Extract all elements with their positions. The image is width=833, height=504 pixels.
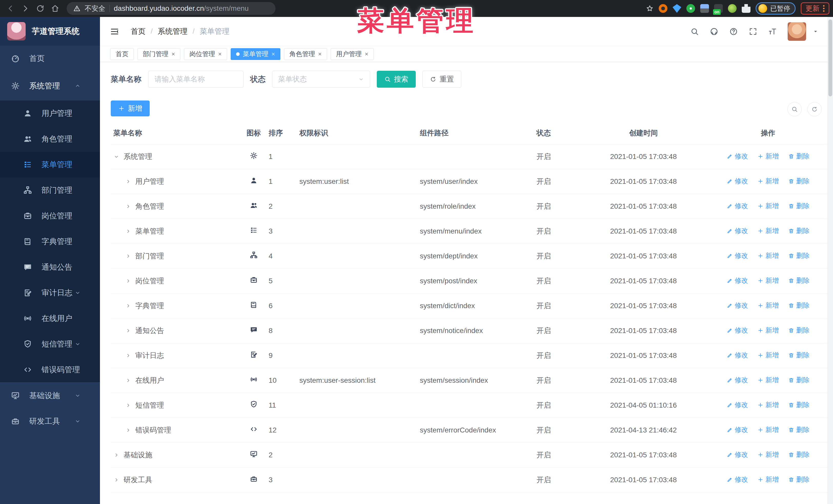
action-删除-link[interactable]: 删除 xyxy=(788,376,810,385)
extension-tampermonkey-icon[interactable] xyxy=(728,4,737,13)
row-expand-expand-icon[interactable] xyxy=(125,253,131,259)
action-新增-link[interactable]: 新增 xyxy=(757,177,779,186)
action-新增-link[interactable]: 新增 xyxy=(757,425,779,434)
action-修改-link[interactable]: 修改 xyxy=(727,177,748,186)
reset-button[interactable]: 重置 xyxy=(422,71,461,88)
header-search-icon[interactable] xyxy=(690,27,699,36)
action-删除-link[interactable]: 删除 xyxy=(788,276,810,285)
page-scrollbar[interactable] xyxy=(828,17,833,504)
action-修改-link[interactable]: 修改 xyxy=(727,450,748,459)
action-删除-link[interactable]: 删除 xyxy=(788,301,810,310)
action-新增-link[interactable]: 新增 xyxy=(757,251,779,260)
user-avatar[interactable] xyxy=(788,22,806,41)
breadcrumb-item-1[interactable]: 系统管理 xyxy=(158,26,188,37)
action-新增-link[interactable]: 新增 xyxy=(757,401,779,409)
close-tab-icon[interactable]: × xyxy=(365,50,368,58)
extension-green-shield-icon[interactable] xyxy=(686,4,695,13)
sidebar-item-研发工具[interactable]: 研发工具 xyxy=(0,408,100,434)
row-expand-expand-icon[interactable] xyxy=(125,303,131,309)
github-icon[interactable] xyxy=(710,27,718,36)
action-修改-link[interactable]: 修改 xyxy=(727,376,748,385)
action-修改-link[interactable]: 修改 xyxy=(727,326,748,335)
action-修改-link[interactable]: 修改 xyxy=(727,201,748,211)
row-expand-expand-icon[interactable] xyxy=(125,278,131,284)
row-expand-expand-icon[interactable] xyxy=(125,203,131,210)
browser-reload-icon[interactable] xyxy=(34,3,46,14)
breadcrumb-item-0[interactable]: 首页 xyxy=(131,26,146,37)
search-button[interactable]: 搜索 xyxy=(377,71,416,88)
close-tab-icon[interactable]: × xyxy=(171,50,175,58)
menu-name-input[interactable] xyxy=(148,71,243,88)
action-新增-link[interactable]: 新增 xyxy=(757,351,779,360)
sidebar-item-系统管理[interactable]: 系统管理 xyxy=(0,71,100,100)
action-删除-link[interactable]: 删除 xyxy=(788,251,810,260)
extension-gem-icon[interactable] xyxy=(672,4,681,13)
row-expand-expand-icon[interactable] xyxy=(125,178,131,185)
action-修改-link[interactable]: 修改 xyxy=(727,251,748,260)
action-删除-link[interactable]: 删除 xyxy=(788,226,810,235)
action-删除-link[interactable]: 删除 xyxy=(788,201,810,211)
address-bar[interactable]: 不安全 dashboard.yudao.iocoder.cn/system/me… xyxy=(67,2,276,15)
action-新增-link[interactable]: 新增 xyxy=(757,226,779,235)
row-expand-collapse-icon[interactable] xyxy=(113,153,119,160)
sidebar-item-错误码管理[interactable]: 错误码管理 xyxy=(0,357,100,383)
sidebar-item-菜单管理[interactable]: 菜单管理 xyxy=(0,152,100,177)
sidebar-item-在线用户[interactable]: 在线用户 xyxy=(0,306,100,331)
row-expand-expand-icon[interactable] xyxy=(125,427,131,433)
action-删除-link[interactable]: 删除 xyxy=(788,401,810,409)
action-修改-link[interactable]: 修改 xyxy=(727,401,748,409)
sidebar-item-岗位管理[interactable]: 岗位管理 xyxy=(0,203,100,229)
action-删除-link[interactable]: 删除 xyxy=(788,425,810,434)
browser-home-icon[interactable] xyxy=(49,3,61,14)
collapse-sidebar-icon[interactable] xyxy=(110,27,119,37)
action-新增-link[interactable]: 新增 xyxy=(757,450,779,459)
action-新增-link[interactable]: 新增 xyxy=(757,475,779,484)
tab-用户管理[interactable]: 用户管理× xyxy=(331,48,374,60)
action-修改-link[interactable]: 修改 xyxy=(727,276,748,285)
row-expand-expand-icon[interactable] xyxy=(125,377,131,384)
action-修改-link[interactable]: 修改 xyxy=(727,351,748,360)
tab-角色管理[interactable]: 角色管理× xyxy=(284,48,327,60)
row-expand-expand-icon[interactable] xyxy=(113,477,119,483)
row-expand-expand-icon[interactable] xyxy=(125,353,131,359)
tab-部门管理[interactable]: 部门管理× xyxy=(137,48,181,60)
toggle-search-button[interactable] xyxy=(787,102,802,116)
row-expand-expand-icon[interactable] xyxy=(125,228,131,234)
close-tab-icon[interactable]: × xyxy=(218,50,222,58)
scrollbar-thumb[interactable] xyxy=(828,20,832,96)
browser-back-icon[interactable] xyxy=(5,3,17,14)
fullscreen-icon[interactable] xyxy=(749,27,757,36)
action-新增-link[interactable]: 新增 xyxy=(757,376,779,385)
action-删除-link[interactable]: 删除 xyxy=(788,475,810,484)
action-新增-link[interactable]: 新增 xyxy=(757,326,779,335)
extension-orange-icon[interactable] xyxy=(659,4,667,13)
font-size-icon[interactable] xyxy=(768,27,777,36)
sidebar-item-用户管理[interactable]: 用户管理 xyxy=(0,100,100,126)
sidebar-item-首页[interactable]: 首页 xyxy=(0,46,100,71)
action-修改-link[interactable]: 修改 xyxy=(727,301,748,310)
row-expand-expand-icon[interactable] xyxy=(125,402,131,408)
action-删除-link[interactable]: 删除 xyxy=(788,351,810,360)
help-icon[interactable] xyxy=(729,27,738,36)
tab-岗位管理[interactable]: 岗位管理× xyxy=(184,48,227,60)
browser-update-button[interactable]: 更新 xyxy=(801,2,829,15)
menu-status-select[interactable]: 菜单状态 xyxy=(272,71,370,88)
row-expand-expand-icon[interactable] xyxy=(125,328,131,334)
add-button[interactable]: 新增 xyxy=(111,100,150,116)
sidebar-item-短信管理[interactable]: 短信管理 xyxy=(0,331,100,357)
browser-forward-icon[interactable] xyxy=(20,3,31,14)
close-tab-icon[interactable]: × xyxy=(318,50,322,58)
action-删除-link[interactable]: 删除 xyxy=(788,326,810,335)
action-修改-link[interactable]: 修改 xyxy=(727,475,748,484)
sidebar-item-审计日志[interactable]: 审计日志 xyxy=(0,280,100,306)
user-menu-caret-icon[interactable] xyxy=(813,29,818,34)
sidebar-item-通知公告[interactable]: 通知公告 xyxy=(0,254,100,280)
action-新增-link[interactable]: 新增 xyxy=(757,152,779,161)
extension-blue-icon[interactable] xyxy=(700,4,709,13)
sidebar-item-字典管理[interactable]: 字典管理 xyxy=(0,229,100,254)
sidebar-item-基础设施[interactable]: 基础设施 xyxy=(0,383,100,408)
close-tab-icon[interactable]: × xyxy=(271,50,275,58)
action-新增-link[interactable]: 新增 xyxy=(757,201,779,211)
sidebar-item-部门管理[interactable]: 部门管理 xyxy=(0,177,100,203)
action-修改-link[interactable]: 修改 xyxy=(727,226,748,235)
